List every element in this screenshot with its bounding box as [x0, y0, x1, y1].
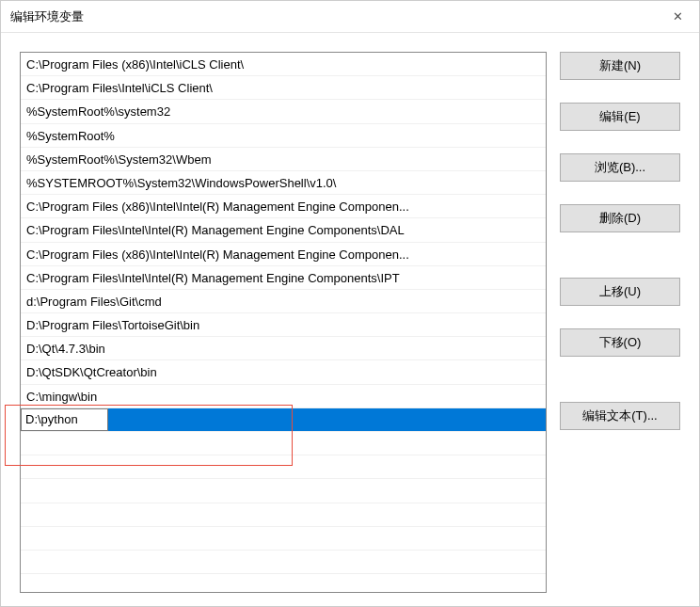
list-item[interactable]: C:\Program Files\Intel\Intel(R) Manageme… [21, 218, 546, 242]
list-item-empty[interactable] [21, 432, 546, 455]
list-item[interactable]: C:\Program Files\Intel\Intel(R) Manageme… [21, 266, 546, 290]
delete-button[interactable]: 删除(D) [560, 204, 680, 232]
list-item[interactable]: C:\Program Files (x86)\Intel\iCLS Client… [21, 53, 546, 76]
list-item-empty[interactable] [21, 551, 546, 574]
env-var-editor-dialog: 编辑环境变量 ✕ C:\Program Files (x86)\Intel\iC… [0, 0, 700, 607]
move-down-button[interactable]: 下移(O) [560, 328, 680, 357]
list-item[interactable]: D:\Program Files\TortoiseGit\bin [21, 313, 546, 337]
close-icon: ✕ [673, 9, 683, 24]
list-item[interactable]: C:\Program Files (x86)\Intel\Intel(R) Ma… [21, 195, 546, 218]
list-item[interactable]: C:\Program Files (x86)\Intel\Intel(R) Ma… [21, 243, 546, 266]
new-button[interactable]: 新建(N) [560, 52, 680, 80]
edit-text-button[interactable]: 编辑文本(T)... [560, 402, 680, 430]
list-item[interactable]: C:\Program Files\Intel\iCLS Client\ [21, 76, 546, 100]
edit-button[interactable]: 编辑(E) [560, 103, 680, 131]
list-item[interactable]: %SystemRoot%\System32\Wbem [21, 148, 546, 171]
list-item-empty[interactable] [21, 503, 546, 527]
list-item[interactable]: d:\Program Files\Git\cmd [21, 290, 546, 313]
browse-button[interactable]: 浏览(B)... [560, 153, 680, 182]
list-item[interactable]: C:\mingw\bin [21, 385, 546, 408]
list-item[interactable]: %SYSTEMROOT%\System32\WindowsPowerShell\… [21, 171, 546, 195]
list-item-empty[interactable] [21, 455, 546, 479]
path-edit-input[interactable] [21, 408, 108, 431]
list-item-empty[interactable] [21, 479, 546, 503]
dialog-title: 编辑环境变量 [10, 8, 84, 25]
titlebar: 编辑环境变量 ✕ [1, 1, 699, 33]
close-button[interactable]: ✕ [656, 1, 699, 33]
list-item[interactable]: %SystemRoot% [21, 124, 546, 148]
button-column: 新建(N) 编辑(E) 浏览(B)... 删除(D) 上移(U) 下移(O) 编… [560, 52, 680, 593]
list-item-editing[interactable] [21, 408, 546, 432]
list-item[interactable]: D:\QtSDK\QtCreator\bin [21, 360, 546, 384]
list-item[interactable]: D:\Qt\4.7.3\bin [21, 337, 546, 360]
list-wrapper: C:\Program Files (x86)\Intel\iCLS Client… [20, 52, 547, 593]
dialog-content: C:\Program Files (x86)\Intel\iCLS Client… [1, 33, 699, 607]
path-listbox[interactable]: C:\Program Files (x86)\Intel\iCLS Client… [20, 52, 547, 593]
list-item-empty[interactable] [21, 527, 546, 551]
move-up-button[interactable]: 上移(U) [560, 278, 680, 306]
list-item[interactable]: %SystemRoot%\system32 [21, 100, 546, 123]
